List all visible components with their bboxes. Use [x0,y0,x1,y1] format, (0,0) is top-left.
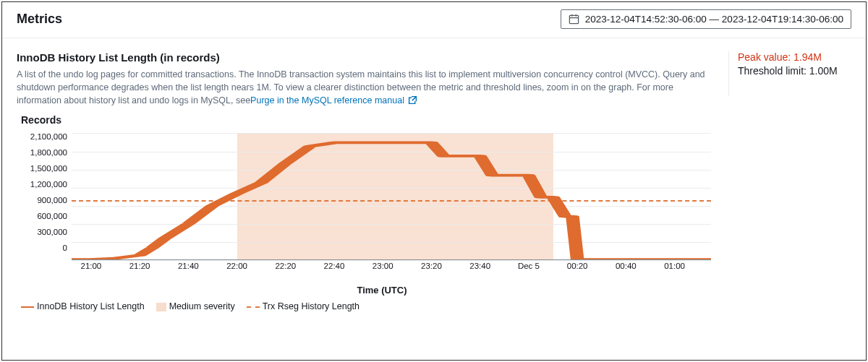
time-range-picker[interactable]: 2023-12-04T14:52:30-06:00 — 2023-12-04T1… [561,9,851,29]
x-tick: 21:40 [178,262,199,270]
reference-manual-link[interactable]: Purge in the MySQL reference manual [250,95,417,105]
panel-body: InnoDB History List Length (in records) … [2,38,866,320]
summary-sidebar: Peak value: 1.94M Threshold limit: 1.00M [728,51,851,96]
x-tick: 22:40 [324,262,345,270]
x-tick: 21:00 [80,262,101,270]
legend-series-label: InnoDB History List Length [37,301,145,311]
reference-link-text: Purge in the MySQL reference manual [250,95,404,105]
chart-section: InnoDB History List Length (in records) … [17,51,720,311]
x-tick: 23:20 [421,262,442,270]
x-tick: 01:00 [664,262,685,270]
legend-dash-swatch [247,306,260,308]
x-tick: 22:00 [226,262,247,270]
time-range-text: 2023-12-04T14:52:30-06:00 — 2023-12-04T1… [585,14,843,25]
x-axis-baseline [72,259,711,260]
y-tick: 1,500,000 [17,165,67,181]
y-tick: 300,000 [17,228,67,244]
peak-value: Peak value: 1.94M [738,51,851,63]
legend-series: InnoDB History List Length [21,301,145,311]
chart-title: InnoDB History List Length (in records) [17,51,720,64]
legend-threshold: Trx Rseg History Length [247,301,359,311]
y-axis: 2,100,000 1,800,000 1,500,000 1,200,000 … [17,133,72,260]
y-tick: 0 [17,244,67,251]
threshold-limit: Threshold limit: 1.00M [738,65,851,77]
y-tick: 900,000 [17,197,67,212]
calendar-icon [569,14,579,25]
x-tick: 00:40 [616,262,637,270]
legend-line-swatch [21,306,34,309]
chart-description: A list of the undo log pages for committ… [17,68,720,108]
svg-rect-0 [569,15,578,23]
legend-band: Medium severity [156,301,235,311]
y-tick: 2,100,000 [17,133,67,149]
chart-canvas[interactable] [72,133,711,260]
legend-box-swatch [156,303,166,311]
external-link-icon [408,95,417,108]
x-tick: 23:40 [469,262,490,270]
x-tick: 21:20 [129,262,150,270]
y-tick: 1,800,000 [17,149,67,165]
x-tick: 22:20 [275,262,296,270]
x-axis-title: Time (UTC) [44,285,720,296]
page-title: Metrics [17,12,62,27]
x-tick: 00:20 [567,262,588,270]
plot-area: 2,100,000 1,800,000 1,500,000 1,200,000 … [17,133,720,260]
legend-threshold-label: Trx Rseg History Length [263,301,359,311]
legend-band-label: Medium severity [169,301,235,311]
x-axis: 21:0021:2021:4022:0022:2022:4023:0023:20… [72,262,711,283]
x-tick: 23:00 [373,262,393,270]
metrics-panel: Metrics 2023-12-04T14:52:30-06:00 — 2023… [1,1,867,361]
series-line [72,133,711,260]
y-axis-title: Records [21,114,720,126]
y-tick: 600,000 [17,212,67,228]
y-tick: 1,200,000 [17,181,67,197]
panel-header: Metrics 2023-12-04T14:52:30-06:00 — 2023… [2,2,866,38]
x-tick: Dec 5 [518,262,540,270]
chart-legend: InnoDB History List Length Medium severi… [21,301,720,311]
